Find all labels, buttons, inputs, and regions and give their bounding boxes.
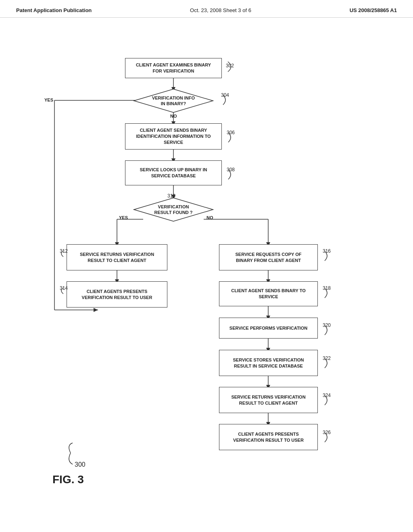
ref-arrow-308 (224, 168, 236, 181)
diamond-310: VERIFICATION RESULT FOUND ? (133, 197, 214, 222)
header-publication: Patent Application Publication (16, 7, 92, 13)
ref-arrow-316 (321, 250, 332, 262)
page-header: Patent Application Publication Oct. 23, … (0, 0, 413, 18)
ref-arrow-320 (321, 324, 332, 336)
ref-arrow-302 (224, 60, 236, 74)
box-312: SERVICE RETURNS VERIFICATION RESULT TO C… (67, 244, 167, 270)
diamond-304: VERIFICATION INFO IN BINARY? (133, 88, 214, 113)
box-314: CLIENT AGENTS PRESENTS VERIFICATION RESU… (67, 281, 167, 308)
label-yes2: YES (119, 215, 128, 220)
header-patent-number: US 2008/258865 A1 (350, 7, 397, 13)
ref-arrow-312 (58, 249, 65, 258)
header-date-sheet: Oct. 23, 2008 Sheet 3 of 6 (190, 7, 251, 13)
ref-310: 310 (167, 193, 175, 199)
label-yes1: YES (44, 98, 53, 102)
svg-marker-29 (94, 308, 98, 312)
box-326: CLIENT AGENTS PRESENTS VERIFICATION RESU… (219, 424, 318, 450)
ref-arrow-324 (321, 394, 332, 406)
ref-arrow-322 (321, 357, 332, 369)
box-320: SERVICE PERFORMS VERIFICATION (219, 318, 318, 339)
ref-arrow-304 (219, 94, 230, 106)
box-318: CLIENT AGENT SENDS BINARY TO SERVICE (219, 281, 318, 306)
box-302: CLIENT AGENT EXAMINES BINARY FOR VERIFIC… (125, 58, 222, 78)
ref-arrow-314 (58, 287, 65, 295)
ref-arrow-306 (224, 131, 236, 143)
box-308: SERVICE LOOKS UP BINARY IN SERVICE DATAB… (125, 160, 222, 185)
diagram-area: CLIENT AGENT EXAMINES BINARY FOR VERIFIC… (0, 18, 413, 517)
label-no1: NO (170, 114, 177, 118)
ref-arrow-318 (321, 287, 332, 299)
ref-arrow-326 (321, 431, 332, 443)
box-322: SERVICE STORES VERIFICATION RESULT IN SE… (219, 350, 318, 376)
label-no2: NO (206, 215, 213, 220)
box-316: SERVICE REQUESTS COPY OF BINARY FROM CLI… (219, 244, 318, 270)
ref-brace-300 (63, 441, 79, 467)
fig-label: FIG. 3 (52, 473, 84, 486)
box-324: SERVICE RETURNS VERIFICATION RESULT TO C… (219, 387, 318, 413)
box-306: CLIENT AGENT SENDS BINARY IDENTIFICATION… (125, 123, 222, 150)
